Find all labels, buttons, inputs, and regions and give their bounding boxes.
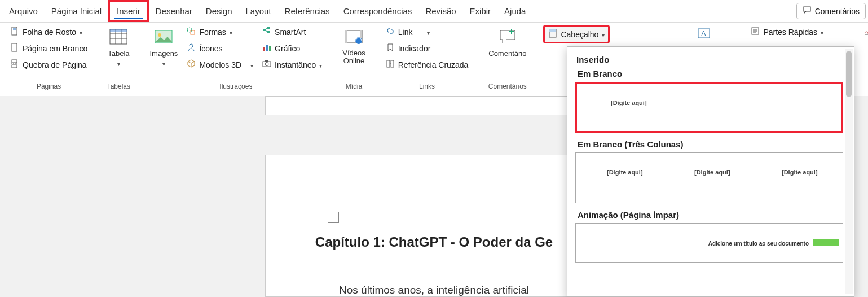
tab-references[interactable]: Referências: [278, 2, 337, 20]
tab-layout[interactable]: Layout: [239, 2, 278, 20]
chevron-down-icon: [162, 59, 165, 68]
blank-page-icon: [10, 43, 19, 54]
group-comments: Comentário Comentários: [482, 25, 533, 93]
comments-button[interactable]: Comentários: [796, 3, 866, 19]
crossref-button[interactable]: Referência Cruzada: [382, 58, 472, 72]
shapes-icon: [187, 27, 196, 37]
link-button[interactable]: Link: [382, 25, 472, 39]
group-comments-label: Comentários: [485, 81, 530, 93]
screenshot-button[interactable]: Instantâneo: [259, 58, 325, 72]
bookmark-icon: [386, 43, 395, 54]
gallery-anim-title: Animação (Página Ímpar): [578, 210, 847, 220]
tab-design[interactable]: Design: [199, 2, 239, 20]
svg-rect-32: [387, 60, 390, 67]
gallery-scrollbar[interactable]: [845, 49, 853, 294]
pictures-icon: [154, 27, 173, 48]
cover-page-label: Folha de Rosto: [23, 28, 76, 37]
table-label: Tabela: [108, 49, 129, 58]
group-pages-label: Páginas: [7, 81, 91, 93]
tab-home[interactable]: Página Inicial: [45, 2, 108, 20]
svg-point-13: [158, 33, 161, 37]
shapes-button[interactable]: Formas: [183, 25, 257, 39]
link-icon: [386, 27, 395, 37]
svg-rect-29: [345, 30, 347, 43]
cube-icon: [187, 59, 196, 70]
icons-button[interactable]: Ícones: [183, 41, 257, 55]
group-media-label: Mídia: [339, 81, 368, 93]
document-page[interactable]: Capítulo 1: ChatGPT - O Poder da Ge Nos …: [265, 155, 603, 297]
svg-text:A: A: [701, 29, 706, 38]
textbox-button[interactable]: A: [694, 25, 713, 42]
tab-mailings[interactable]: Correspondências: [337, 2, 419, 20]
group-media: Vídeos Online Mídia: [336, 25, 372, 93]
svg-rect-33: [391, 60, 394, 67]
comment-button[interactable]: Comentário: [485, 25, 530, 60]
document-heading: Capítulo 1: ChatGPT - O Poder da Ge: [299, 234, 569, 250]
gallery-option-blank[interactable]: [Digite aqui]: [575, 82, 843, 133]
signature-icon: [864, 27, 868, 37]
document-page-prev[interactable]: [265, 96, 603, 115]
svg-rect-17: [263, 29, 266, 31]
signature-line-button[interactable]: Linha de Assi: [861, 25, 868, 39]
blank-page-button[interactable]: Página em Branco: [7, 41, 91, 55]
svg-line-20: [266, 28, 267, 30]
group-tables: Tabela Tabelas: [101, 25, 136, 93]
icons-icon: [187, 43, 196, 54]
gallery-option-blank3[interactable]: [Digite aqui] [Digite aqui] [Digite aqui…: [575, 152, 843, 203]
smartart-button[interactable]: SmartArt: [259, 25, 325, 39]
camera-icon: [262, 59, 271, 70]
gallery-blank3-placeholder-3: [Digite aqui]: [782, 169, 818, 176]
cursor-mark-icon: [328, 212, 339, 223]
svg-rect-24: [269, 46, 271, 51]
gallery-anim-placeholder: Adicione um título ao seu documento: [708, 241, 809, 247]
quick-parts-button[interactable]: Partes Rápidas: [747, 25, 827, 39]
cover-page-button[interactable]: Folha de Rosto: [7, 25, 91, 39]
comments-button-label: Comentários: [815, 7, 860, 16]
svg-rect-22: [263, 47, 265, 51]
group-links: Link Indicador Referência Cruzada Links: [379, 25, 475, 93]
svg-rect-2: [12, 43, 17, 51]
shapes-label: Formas: [199, 28, 226, 37]
header-icon: [548, 29, 557, 40]
svg-point-31: [355, 37, 362, 44]
svg-rect-11: [110, 29, 127, 32]
tab-help[interactable]: Ajuda: [497, 2, 532, 20]
chevron-down-icon: [117, 59, 120, 68]
bookmark-button[interactable]: Indicador: [382, 41, 472, 55]
page-icon: [10, 27, 19, 37]
svg-rect-18: [267, 27, 270, 29]
svg-rect-4: [12, 65, 17, 68]
video-icon: [344, 27, 363, 48]
tab-view[interactable]: Exibir: [463, 2, 498, 20]
new-comment-icon: [498, 27, 517, 48]
chart-button[interactable]: Gráfico: [259, 41, 325, 55]
gallery-option-anim[interactable]: Adicione um título ao seu documento: [575, 223, 843, 263]
chevron-down-icon: [230, 28, 232, 37]
svg-rect-23: [266, 45, 268, 51]
gallery-blank-title: Em Branco: [578, 69, 847, 78]
tab-file[interactable]: Arquivo: [2, 2, 45, 20]
svg-point-26: [265, 63, 268, 66]
chevron-down-icon: [319, 60, 322, 69]
group-links-label: Links: [382, 81, 472, 93]
gallery-scrollbar-thumb[interactable]: [846, 51, 852, 97]
bookmark-label: Indicador: [398, 44, 431, 53]
table-icon: [109, 27, 128, 48]
header-button[interactable]: Cabeçalho: [543, 25, 610, 43]
crossref-label: Referência Cruzada: [398, 60, 469, 69]
pictures-button[interactable]: Imagens: [147, 25, 182, 70]
online-videos-button[interactable]: Vídeos Online: [339, 25, 368, 68]
link-label: Link: [398, 28, 413, 37]
models3d-button[interactable]: Modelos 3D: [183, 58, 257, 72]
crossref-icon: [386, 59, 395, 70]
page-break-button[interactable]: Quebra de Página: [7, 58, 91, 72]
smartart-label: SmartArt: [275, 28, 306, 37]
table-button[interactable]: Tabela: [104, 25, 133, 70]
tab-draw[interactable]: Desenhar: [149, 2, 199, 20]
chevron-down-icon: [80, 28, 82, 37]
tab-review[interactable]: Revisão: [418, 2, 462, 20]
group-illustrations-label: Ilustrações: [147, 81, 326, 93]
gallery-anim-accent-bar: [813, 239, 839, 246]
tab-insert[interactable]: Inserir: [108, 0, 149, 22]
svg-rect-3: [12, 60, 17, 63]
